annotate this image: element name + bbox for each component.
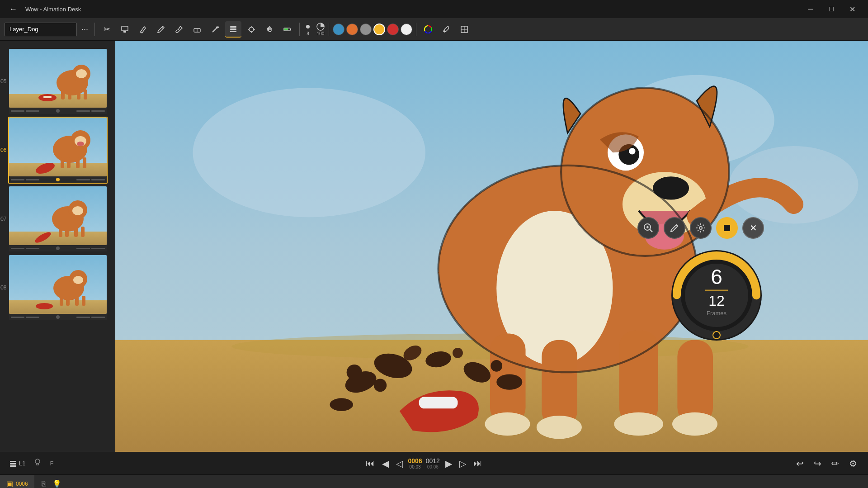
- timeline-settings-button[interactable]: ⚙: [847, 458, 859, 469]
- back-frame-button[interactable]: ◁: [394, 458, 405, 469]
- first-frame-button[interactable]: ⏮: [364, 458, 377, 469]
- main-content: 0005: [0, 41, 868, 452]
- current-frame-number: 0006: [408, 457, 422, 464]
- custom-color-tool[interactable]: [420, 21, 436, 38]
- brush-tool[interactable]: [171, 21, 187, 38]
- color-white[interactable]: [401, 24, 412, 35]
- color-red[interactable]: [387, 24, 399, 35]
- copy-action-icon[interactable]: ⎘: [42, 480, 46, 488]
- more-options-button[interactable]: ···: [79, 24, 91, 34]
- frame-0005[interactable]: 0005: [8, 48, 108, 115]
- svg-rect-34: [68, 90, 71, 99]
- svg-point-32: [76, 69, 87, 78]
- color-gray[interactable]: [360, 24, 372, 35]
- svg-rect-122: [10, 461, 16, 462]
- svg-rect-55: [59, 227, 62, 237]
- color-orange[interactable]: [346, 24, 358, 35]
- color-water[interactable]: [333, 24, 344, 35]
- close-float-button[interactable]: ✕: [742, 217, 764, 239]
- stamp-tool[interactable]: [117, 21, 133, 38]
- frame-thumbnail: [9, 186, 107, 245]
- opacity-control[interactable]: 100: [316, 22, 325, 36]
- record-float-button[interactable]: [716, 217, 738, 239]
- svg-point-106: [491, 360, 502, 372]
- svg-rect-10: [230, 26, 236, 28]
- frame-number: 0008: [0, 284, 7, 291]
- svg-point-6: [216, 27, 218, 28]
- svg-point-115: [699, 227, 702, 229]
- canvas-area[interactable]: ✕: [115, 41, 868, 452]
- pen-button[interactable]: ✏: [830, 458, 841, 469]
- svg-point-64: [73, 276, 83, 284]
- brush-size-value: 8: [307, 31, 309, 36]
- play-button[interactable]: ▶: [443, 458, 454, 469]
- frame-number: 0006: [0, 147, 7, 153]
- layers-button[interactable]: L1: [9, 460, 25, 468]
- settings-float-button[interactable]: [690, 217, 712, 239]
- redo-button[interactable]: ↪: [812, 458, 823, 469]
- battery-tool[interactable]: [279, 21, 296, 38]
- svg-rect-87: [542, 340, 577, 427]
- grid-tool[interactable]: [456, 21, 472, 38]
- pencil-tool[interactable]: [153, 21, 169, 38]
- maximize-button[interactable]: □: [821, 0, 842, 18]
- frame-tab[interactable]: ▣ 0006: [0, 475, 34, 488]
- last-frame-button[interactable]: ⏭: [472, 458, 484, 469]
- current-frame-counter: 0006 00:03: [408, 457, 422, 469]
- svg-rect-46: [67, 157, 71, 168]
- brush-size-control[interactable]: 8: [303, 22, 312, 36]
- frame-0006[interactable]: 0006: [8, 117, 108, 184]
- magic-wand-tool[interactable]: [207, 21, 223, 38]
- svg-point-44: [77, 142, 84, 146]
- frame-0007[interactable]: 0007: [8, 185, 108, 252]
- frame-controls: [9, 176, 107, 183]
- action-tabs: ⎘ 💡: [34, 479, 69, 488]
- floating-tools-panel: ✕: [637, 217, 764, 434]
- svg-point-94: [420, 398, 431, 408]
- close-button[interactable]: ✕: [842, 0, 863, 18]
- layer-name-input[interactable]: [5, 23, 77, 36]
- svg-rect-61: [9, 300, 107, 314]
- scissors-tool[interactable]: ✂: [99, 21, 115, 38]
- layers-stack-tool[interactable]: [225, 21, 241, 38]
- pen-tool[interactable]: [135, 21, 151, 38]
- frame-thumbnail: [9, 118, 107, 176]
- frame-dot-active: [56, 178, 60, 181]
- total-frame-number: 0012: [426, 457, 440, 464]
- frame-0008[interactable]: 0008: [8, 254, 108, 321]
- forward-frame-button[interactable]: ▷: [458, 458, 468, 469]
- svg-rect-35: [77, 90, 80, 99]
- color-yellow[interactable]: [373, 24, 385, 35]
- frame-dial[interactable]: 6 12 Frames: [669, 248, 764, 343]
- minimize-button[interactable]: ─: [800, 0, 821, 18]
- svg-rect-29: [9, 94, 107, 108]
- eyedropper-tool[interactable]: [438, 21, 454, 38]
- svg-point-21: [306, 25, 310, 28]
- titlebar-left: ← Wow - Aimation Desk: [5, 5, 81, 14]
- light-action-icon[interactable]: 💡: [52, 479, 61, 488]
- svg-rect-56: [65, 227, 69, 237]
- svg-point-86: [485, 412, 530, 436]
- eraser-tool[interactable]: [189, 21, 205, 38]
- svg-rect-58: [81, 227, 85, 237]
- svg-line-5: [212, 28, 217, 32]
- edit-float-button[interactable]: [664, 217, 685, 239]
- lightbulb-button[interactable]: [30, 458, 45, 469]
- timeline-center: ⏮ ◀ ◁ 0006 00:03 0012 00:06 ▶ ▷ ⏭: [61, 457, 787, 469]
- frame-thumbnail: [9, 49, 107, 108]
- hand-tool[interactable]: [261, 21, 278, 38]
- frame-dot: [56, 246, 60, 250]
- frame-tab-label: 0006: [16, 481, 28, 487]
- back-button[interactable]: ←: [5, 5, 21, 14]
- undo-button[interactable]: ↩: [794, 458, 806, 469]
- frame-controls: [9, 314, 107, 320]
- svg-rect-65: [60, 296, 63, 306]
- flag-label: F: [50, 460, 53, 467]
- svg-point-103: [347, 365, 362, 380]
- canvas-placeholder: ✕: [115, 41, 868, 452]
- svg-rect-48: [83, 157, 86, 168]
- svg-point-24: [443, 30, 445, 32]
- zoom-float-button[interactable]: [637, 217, 659, 239]
- star-wand-tool[interactable]: [243, 21, 259, 38]
- prev-frame-button[interactable]: ◀: [380, 458, 391, 469]
